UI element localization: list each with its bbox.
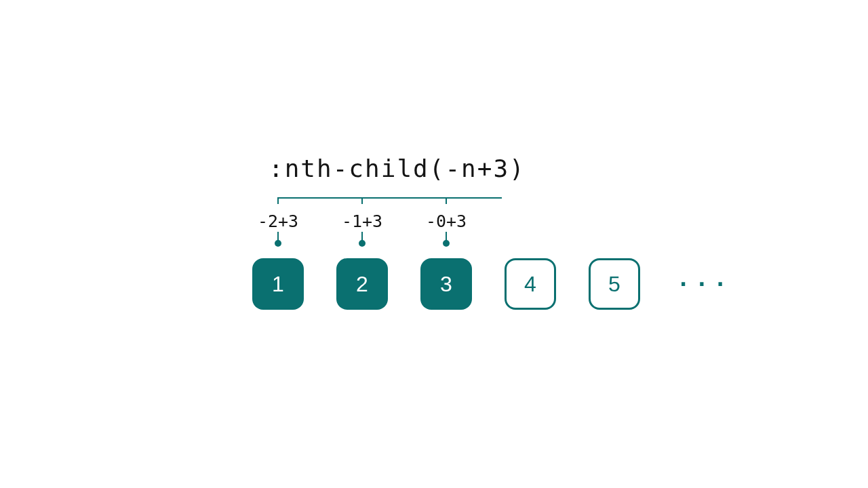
- bracket-line: [275, 196, 502, 205]
- ellipsis: ···: [673, 271, 732, 297]
- calc-label-0: -2+3: [258, 211, 298, 231]
- dot-2: [443, 240, 450, 247]
- element-box-1: 1: [252, 258, 304, 310]
- calc-label-2: -0+3: [426, 211, 467, 231]
- element-box-3: 3: [420, 258, 472, 310]
- selector-title: :nth-child(-n+3): [269, 155, 526, 182]
- calc-label-1: -1+3: [342, 211, 382, 231]
- dot-1: [359, 240, 366, 247]
- element-box-2: 2: [336, 258, 388, 310]
- element-box-4: 4: [505, 258, 556, 310]
- dot-0: [275, 240, 281, 247]
- element-box-5: 5: [589, 258, 640, 310]
- diagram-stage: :nth-child(-n+3) -2+3 -1+3 -0+3 1 2 3 4 …: [0, 0, 868, 488]
- element-row: 1 2 3 4 5 ···: [252, 258, 732, 310]
